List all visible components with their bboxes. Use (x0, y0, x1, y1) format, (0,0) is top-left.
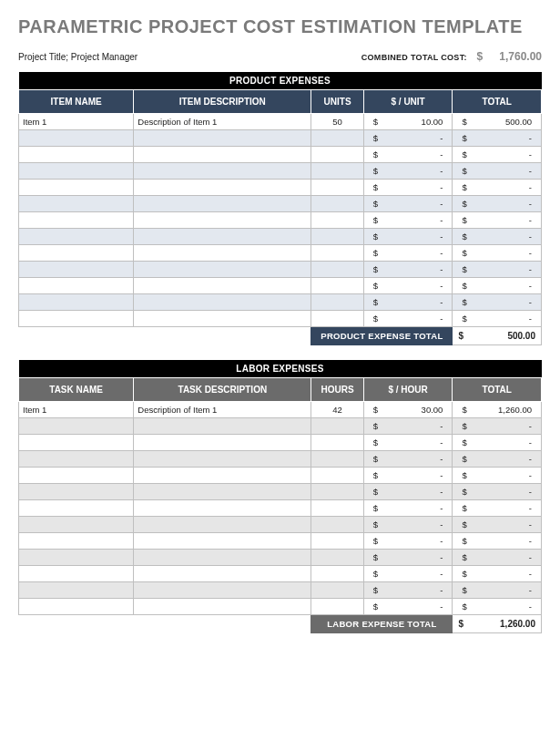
cell-rate[interactable]: $- (363, 582, 453, 599)
cell-name[interactable] (19, 262, 134, 278)
cell-name[interactable] (19, 533, 134, 550)
cell-description[interactable] (134, 196, 311, 212)
cell-units[interactable] (311, 500, 363, 517)
cell-rate[interactable]: $- (363, 550, 453, 566)
cell-name[interactable] (19, 311, 134, 327)
cell-units[interactable] (311, 311, 363, 327)
cell-name[interactable]: Item 1 (19, 402, 134, 418)
cell-description[interactable] (134, 147, 311, 163)
cell-units[interactable] (311, 196, 363, 212)
cell-rate[interactable]: $- (363, 533, 453, 550)
cell-name[interactable] (19, 229, 134, 245)
cell-units[interactable] (311, 147, 363, 163)
cell-units[interactable] (311, 468, 363, 484)
cell-rate[interactable]: $- (363, 229, 453, 245)
cell-description[interactable] (134, 294, 311, 311)
cell-rate[interactable]: $- (363, 435, 453, 451)
cell-rate[interactable]: $10.00 (363, 114, 453, 130)
cell-rate[interactable]: $- (363, 130, 453, 147)
cell-rate[interactable]: $- (363, 566, 453, 582)
cell-description[interactable] (134, 500, 311, 517)
cell-units[interactable]: 42 (311, 402, 363, 418)
cell-name[interactable] (19, 278, 134, 294)
cell-description[interactable] (134, 278, 311, 294)
cell-description[interactable] (134, 130, 311, 147)
cell-rate[interactable]: $- (363, 147, 453, 163)
cell-rate[interactable]: $- (363, 517, 453, 533)
cell-rate[interactable]: $- (363, 484, 453, 500)
cell-name[interactable] (19, 599, 134, 615)
cell-units[interactable] (311, 163, 363, 180)
cell-name[interactable] (19, 582, 134, 599)
cell-name[interactable] (19, 180, 134, 196)
cell-name[interactable] (19, 468, 134, 484)
cell-description[interactable] (134, 163, 311, 180)
cell-name[interactable] (19, 500, 134, 517)
cell-description[interactable] (134, 468, 311, 484)
cell-units[interactable] (311, 533, 363, 550)
cell-name[interactable] (19, 451, 134, 468)
cell-name[interactable] (19, 517, 134, 533)
cell-rate[interactable]: $- (363, 196, 453, 212)
cell-name[interactable] (19, 212, 134, 229)
cell-description[interactable] (134, 418, 311, 435)
cell-description[interactable] (134, 245, 311, 262)
cell-description[interactable] (134, 311, 311, 327)
cell-units[interactable]: 50 (311, 114, 363, 130)
cell-rate[interactable]: $- (363, 245, 453, 262)
cell-units[interactable] (311, 245, 363, 262)
cell-rate[interactable]: $- (363, 163, 453, 180)
cell-description[interactable] (134, 599, 311, 615)
cell-name[interactable] (19, 130, 134, 147)
cell-units[interactable] (311, 566, 363, 582)
cell-name[interactable] (19, 294, 134, 311)
cell-units[interactable] (311, 294, 363, 311)
cell-rate[interactable]: $- (363, 500, 453, 517)
cell-description[interactable] (134, 517, 311, 533)
cell-name[interactable] (19, 566, 134, 582)
cell-description[interactable]: Description of Item 1 (134, 114, 311, 130)
cell-description[interactable] (134, 533, 311, 550)
cell-name[interactable] (19, 163, 134, 180)
cell-description[interactable] (134, 180, 311, 196)
cell-description[interactable] (134, 451, 311, 468)
cell-rate[interactable]: $- (363, 212, 453, 229)
cell-units[interactable] (311, 278, 363, 294)
cell-rate[interactable]: $- (363, 262, 453, 278)
cell-description[interactable] (134, 582, 311, 599)
cell-units[interactable] (311, 262, 363, 278)
cell-rate[interactable]: $- (363, 468, 453, 484)
cell-name[interactable] (19, 196, 134, 212)
cell-name[interactable] (19, 435, 134, 451)
cell-rate[interactable]: $- (363, 451, 453, 468)
cell-units[interactable] (311, 517, 363, 533)
cell-units[interactable] (311, 229, 363, 245)
cell-rate[interactable]: $- (363, 599, 453, 615)
cell-rate[interactable]: $30.00 (363, 402, 453, 418)
cell-units[interactable] (311, 180, 363, 196)
cell-description[interactable] (134, 484, 311, 500)
cell-description[interactable] (134, 262, 311, 278)
cell-name[interactable] (19, 484, 134, 500)
cell-rate[interactable]: $- (363, 180, 453, 196)
cell-description[interactable] (134, 550, 311, 566)
cell-units[interactable] (311, 130, 363, 147)
cell-units[interactable] (311, 451, 363, 468)
cell-units[interactable] (311, 484, 363, 500)
cell-units[interactable] (311, 599, 363, 615)
cell-name[interactable] (19, 418, 134, 435)
cell-rate[interactable]: $- (363, 418, 453, 435)
cell-description[interactable]: Description of Item 1 (134, 402, 311, 418)
cell-name[interactable]: Item 1 (19, 114, 134, 130)
cell-description[interactable] (134, 212, 311, 229)
cell-units[interactable] (311, 582, 363, 599)
cell-rate[interactable]: $- (363, 294, 453, 311)
cell-units[interactable] (311, 550, 363, 566)
cell-name[interactable] (19, 245, 134, 262)
cell-rate[interactable]: $- (363, 278, 453, 294)
cell-description[interactable] (134, 229, 311, 245)
cell-units[interactable] (311, 418, 363, 435)
cell-name[interactable] (19, 147, 134, 163)
cell-rate[interactable]: $- (363, 311, 453, 327)
cell-name[interactable] (19, 550, 134, 566)
